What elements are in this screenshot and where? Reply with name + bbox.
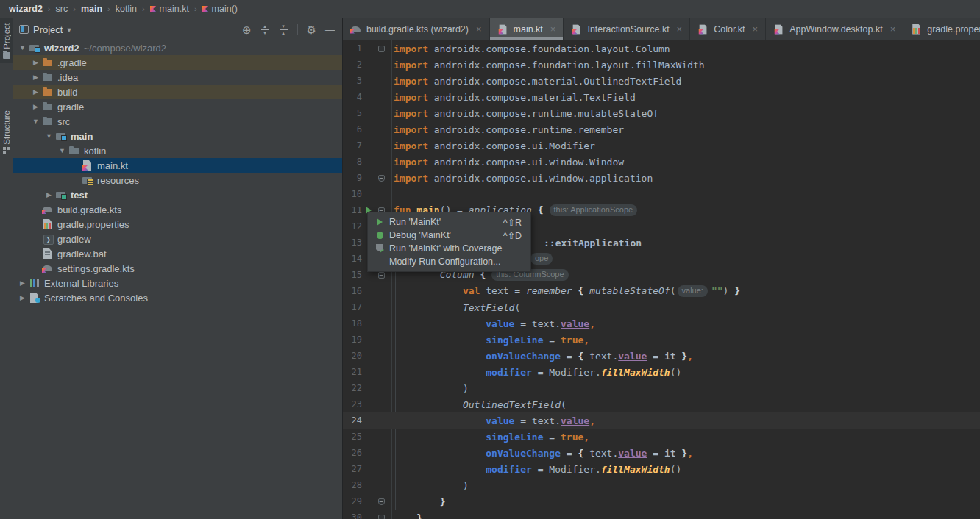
code-line-9[interactable]: 9−import androidx.compose.ui.window.appl… (343, 170, 980, 186)
code-line-17[interactable]: 17 TextField( (343, 299, 980, 315)
fold-end-icon[interactable]: − (378, 498, 385, 505)
code-line-8[interactable]: 8import androidx.compose.ui.window.Windo… (343, 154, 980, 170)
line-number: 12 (343, 221, 362, 232)
tree-row-label: build.gradle.kts (57, 204, 121, 215)
code-line-29[interactable]: 29− } (343, 493, 980, 509)
editor-tab-build-gradle-kts--wizard2-[interactable]: build.gradle.kts (wizard2)× (343, 18, 490, 40)
fold-marker[interactable]: − (375, 175, 387, 182)
code-line-30[interactable]: 30− } (343, 509, 980, 519)
chevron-expanded-icon[interactable]: ▼ (56, 147, 68, 154)
chevron-expanded-icon[interactable]: ▼ (43, 132, 55, 140)
tree-row--idea[interactable]: ▶.idea (13, 70, 342, 85)
editor-tab-gradle-properties[interactable]: gradle.properties× (903, 18, 980, 40)
tree-row-main-kt[interactable]: main.kt (13, 158, 342, 173)
tree-row-gradlew-bat[interactable]: gradlew.bat (13, 246, 342, 261)
tree-row-wizard2[interactable]: ▼wizard2~/compose/wizard2 (13, 40, 342, 55)
tree-row--gradle[interactable]: ▶.gradle (13, 55, 342, 70)
menu-item-run--mainkt-[interactable]: Run 'MainKt'^⇧R (368, 215, 530, 229)
code-line-16[interactable]: 16 val text = remember { mutableStateOf(… (343, 283, 980, 299)
close-tab-icon[interactable]: × (677, 24, 683, 35)
fold-end-icon[interactable]: − (378, 175, 385, 182)
fold-start-icon[interactable]: − (378, 272, 385, 279)
code-line-6[interactable]: 6import androidx.compose.runtime.remembe… (343, 121, 980, 137)
fold-marker[interactable]: − (375, 46, 387, 52)
code-line-25[interactable]: 25 singleLine = true, (343, 429, 980, 445)
chevron-expanded-icon[interactable]: ▼ (29, 118, 42, 125)
editor-tab-interactionsource-kt[interactable]: InteractionSource.kt× (564, 18, 690, 40)
locate-icon[interactable]: ⊕ (242, 24, 252, 35)
fold-end-icon[interactable]: − (378, 515, 385, 519)
breadcrumb-item-kotlin[interactable]: kotlin (116, 4, 137, 14)
editor-tab-appwindow-desktop-kt[interactable]: AppWindow.desktop.kt× (766, 18, 903, 40)
tree-row-resources[interactable]: resources (13, 173, 342, 187)
code-line-23[interactable]: 23 OutlinedTextField( (343, 396, 980, 412)
close-tab-icon[interactable]: × (890, 24, 896, 35)
breadcrumb-item-main[interactable]: main() (202, 4, 238, 14)
code-line-7[interactable]: 7import androidx.compose.ui.Modifier (343, 137, 980, 154)
code-line-19[interactable]: 19 singleLine = true, (343, 332, 980, 348)
menu-item-run--mainkt--with-coverage[interactable]: Run 'MainKt' with Coverage (368, 242, 530, 255)
collapse-all-icon[interactable]: ▾▴ (279, 24, 288, 35)
gutter: 25 (343, 429, 391, 445)
breadcrumb-item-mainkt[interactable]: main.kt (150, 4, 189, 14)
code-line-1[interactable]: 1−import androidx.compose.foundation.lay… (343, 40, 980, 57)
line-number: 27 (343, 464, 362, 474)
tree-row-scratches-and-consoles[interactable]: ▶Scratches and Consoles (13, 290, 342, 305)
breadcrumb-item-src[interactable]: src (56, 4, 68, 14)
code-line-28[interactable]: 28 ) (343, 477, 980, 493)
hide-panel-icon[interactable]: — (325, 25, 335, 35)
close-tab-icon[interactable]: × (753, 24, 759, 35)
chevron-collapsed-icon[interactable]: ▶ (29, 88, 42, 96)
tree-row-src[interactable]: ▼src (13, 114, 342, 129)
code-line-21[interactable]: 21 modifier = Modifier.fillMaxWidth() (343, 364, 980, 380)
tool-tab-structure[interactable]: Structure (0, 106, 13, 159)
expand-all-icon[interactable]: ▴▾ (260, 24, 270, 35)
close-tab-icon[interactable]: × (476, 24, 482, 35)
fold-marker[interactable]: − (375, 515, 387, 519)
chevron-down-icon[interactable]: ▼ (65, 26, 72, 34)
code-line-2[interactable]: 2import androidx.compose.foundation.layo… (343, 57, 980, 73)
close-tab-icon[interactable]: × (550, 24, 556, 35)
code-line-22[interactable]: 22 ) (343, 380, 980, 396)
fold-start-icon[interactable]: − (378, 46, 385, 52)
fold-marker[interactable]: − (375, 498, 387, 505)
tree-row-kotlin[interactable]: ▼kotlin (13, 143, 342, 158)
breadcrumb-item-wizard2[interactable]: wizard2 (9, 4, 43, 14)
editor-tab-color-kt[interactable]: Color.kt× (690, 18, 766, 40)
tree-row-build-gradle-kts[interactable]: build.gradle.kts (13, 202, 342, 217)
menu-item-modify-run-configuration---[interactable]: Modify Run Configuration... (368, 255, 530, 268)
tree-row-gradlew[interactable]: gradlew (13, 232, 342, 246)
breadcrumb-item-main[interactable]: main (81, 4, 102, 14)
chevron-collapsed-icon[interactable]: ▶ (16, 279, 29, 287)
code-editor[interactable]: 1−import androidx.compose.foundation.lay… (343, 40, 980, 519)
chevron-collapsed-icon[interactable]: ▶ (16, 294, 29, 301)
fold-marker[interactable]: − (375, 272, 387, 279)
code-line-10[interactable]: 10 (343, 186, 980, 202)
code-line-18[interactable]: 18 value = text.value, (343, 315, 980, 332)
code-text: value = text.value, (391, 318, 595, 329)
tree-row-test[interactable]: ▶test (13, 187, 342, 202)
tool-tab-project[interactable]: Project (0, 18, 13, 63)
project-panel-title[interactable]: Project (33, 24, 63, 35)
chevron-collapsed-icon[interactable]: ▶ (43, 191, 55, 198)
tree-row-settings-gradle-kts[interactable]: settings.gradle.kts (13, 261, 342, 276)
code-line-20[interactable]: 20 onValueChange = { text.value = it }, (343, 348, 980, 364)
editor-tab-main-kt[interactable]: main.kt× (490, 18, 564, 40)
tree-row-external-libraries[interactable]: ▶External Libraries (13, 276, 342, 290)
chevron-expanded-icon[interactable]: ▼ (16, 44, 29, 51)
code-line-26[interactable]: 26 onValueChange = { text.value = it }, (343, 445, 980, 461)
tree-row-build[interactable]: ▶build (13, 85, 342, 99)
code-line-4[interactable]: 4import androidx.compose.material.TextFi… (343, 89, 980, 105)
code-line-24[interactable]: 24 value = text.value, (343, 412, 980, 429)
code-line-27[interactable]: 27 modifier = Modifier.fillMaxWidth() (343, 461, 980, 477)
tree-row-gradle-properties[interactable]: gradle.properties (13, 217, 342, 232)
code-line-3[interactable]: 3import androidx.compose.material.Outlin… (343, 73, 980, 89)
tree-row-main[interactable]: ▼main (13, 129, 342, 143)
code-line-5[interactable]: 5import androidx.compose.runtime.mutable… (343, 105, 980, 121)
chevron-collapsed-icon[interactable]: ▶ (29, 103, 42, 110)
chevron-collapsed-icon[interactable]: ▶ (29, 74, 42, 81)
chevron-collapsed-icon[interactable]: ▶ (29, 59, 42, 66)
tree-row-gradle[interactable]: ▶gradle (13, 99, 342, 114)
settings-gear-icon[interactable]: ⚙ (307, 24, 316, 35)
menu-item-debug--mainkt-[interactable]: Debug 'MainKt'^⇧D (368, 229, 530, 242)
